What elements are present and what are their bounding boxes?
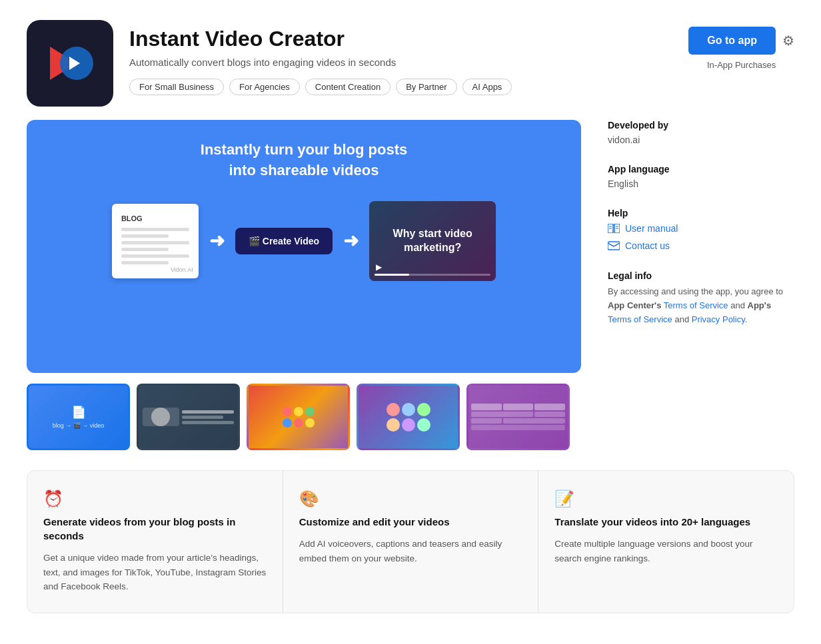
legal-info-section: Legal info By accessing and using the ap… bbox=[608, 270, 794, 326]
feature-3-title: Translate your videos into 20+ languages bbox=[554, 515, 778, 529]
play-icon: ▶ bbox=[376, 262, 382, 272]
svg-rect-7 bbox=[608, 242, 620, 250]
thumb1-arrow-row: blog → 🎬 → video bbox=[53, 422, 105, 429]
app-logo bbox=[27, 20, 113, 107]
contact-us-label: Contact us bbox=[625, 240, 670, 251]
app-header: Instant Video Creator Automatically conv… bbox=[27, 20, 794, 107]
feature-2-emoji: 🎨 bbox=[299, 489, 522, 508]
dot-4 bbox=[283, 418, 292, 428]
hero-title: Instantly turn your blog postsinto share… bbox=[201, 140, 407, 181]
blog-doc-title: BLOG bbox=[121, 214, 189, 222]
thumbnail-1[interactable]: 📄 blog → 🎬 → video bbox=[27, 384, 130, 450]
video-overlay: Why start video marketing? bbox=[369, 201, 496, 281]
header-right-top: Go to app ⚙ bbox=[688, 27, 794, 55]
app-info: Instant Video Creator Automatically conv… bbox=[129, 20, 672, 95]
doc-line-6 bbox=[121, 261, 169, 264]
app-language-label: App language bbox=[608, 164, 794, 174]
help-section: Help User manual bbox=[608, 208, 794, 252]
tag-ai-apps[interactable]: AI Apps bbox=[462, 79, 512, 95]
thumb5-row2 bbox=[471, 412, 565, 417]
dot-a bbox=[387, 403, 400, 416]
vidon-label: Vidon.AI bbox=[171, 266, 193, 273]
feature-card-3: 📝 Translate your videos into 20+ languag… bbox=[538, 471, 794, 613]
legal-pre: By accessing and using the app, you agre… bbox=[608, 286, 783, 296]
video-preview-title: Why start video marketing? bbox=[369, 220, 496, 262]
thumbnail-5[interactable] bbox=[466, 384, 570, 450]
app-title: Instant Video Creator bbox=[129, 27, 672, 51]
dot-1 bbox=[283, 407, 292, 416]
arrow-1: ➜ bbox=[209, 230, 225, 252]
feature-3-emoji: 📝 bbox=[554, 489, 778, 508]
thumbnails-row: 📄 blog → 🎬 → video bbox=[27, 384, 581, 450]
app-language-section: App language English bbox=[608, 164, 794, 189]
doc-line-1 bbox=[121, 228, 189, 231]
dot-e bbox=[402, 418, 415, 432]
legal-and: and bbox=[672, 314, 692, 324]
dot-2 bbox=[294, 407, 303, 416]
contact-us-link[interactable]: Contact us bbox=[608, 240, 794, 252]
tags-container: For Small Business For Agencies Content … bbox=[129, 79, 672, 95]
blog-document: BLOG Vidon.AI bbox=[112, 204, 199, 278]
legal-mid: and bbox=[728, 300, 748, 310]
hero-banner: Instantly turn your blog postsinto share… bbox=[27, 120, 581, 373]
terms-of-service-1-link[interactable]: Terms of Service bbox=[664, 300, 728, 310]
doc-line-2 bbox=[121, 234, 169, 238]
feature-card-2: 🎨 Customize and edit your videos Add AI … bbox=[283, 471, 539, 613]
dot-d bbox=[387, 418, 400, 432]
video-progress-fill bbox=[375, 274, 409, 276]
developer-name: vidon.ai bbox=[608, 135, 794, 145]
app-center-label: App Center's bbox=[608, 300, 661, 310]
app-subtitle: Automatically convert blogs into engagin… bbox=[129, 57, 672, 68]
settings-gear-button[interactable]: ⚙ bbox=[782, 33, 794, 49]
tag-content-creation[interactable]: Content Creation bbox=[305, 79, 391, 95]
developed-by-section: Developed by vidon.ai bbox=[608, 120, 794, 145]
feature-card-1: ⏰ Generate videos from your blog posts i… bbox=[27, 471, 283, 613]
video-progress-bar bbox=[375, 274, 490, 276]
dot-c bbox=[417, 403, 430, 416]
create-video-button[interactable]: 🎬 Create Video bbox=[235, 228, 333, 254]
feature-2-title: Customize and edit your videos bbox=[299, 515, 522, 529]
thumbnail-3[interactable] bbox=[247, 384, 350, 450]
thumbnail-4[interactable] bbox=[357, 384, 460, 450]
thumb5-row1 bbox=[471, 404, 565, 410]
dot-6 bbox=[305, 418, 315, 428]
tag-by-partner[interactable]: By Partner bbox=[396, 79, 456, 95]
user-manual-link[interactable]: User manual bbox=[608, 222, 794, 234]
feature-3-desc: Create multiple language versions and bo… bbox=[554, 537, 778, 565]
feature-1-emoji: ⏰ bbox=[43, 489, 267, 508]
language-value: English bbox=[608, 178, 794, 189]
arrow-2: ➜ bbox=[343, 230, 359, 252]
feature-1-desc: Get a unique video made from your articl… bbox=[43, 551, 267, 594]
left-column: Instantly turn your blog postsinto share… bbox=[27, 120, 581, 450]
tag-small-business[interactable]: For Small Business bbox=[129, 79, 224, 95]
thumb1-doc-icon: 📄 bbox=[71, 405, 86, 420]
in-app-purchases-label: In-App Purchases bbox=[707, 60, 776, 70]
thumb3-dots bbox=[283, 407, 315, 428]
header-right: Go to app ⚙ In-App Purchases bbox=[688, 20, 794, 70]
developed-by-label: Developed by bbox=[608, 120, 794, 131]
user-manual-label: User manual bbox=[625, 223, 678, 234]
contact-us-icon bbox=[608, 240, 620, 252]
user-manual-icon bbox=[608, 222, 620, 234]
app-label: App's bbox=[748, 300, 772, 310]
terms-of-service-2-link[interactable]: Terms of Service bbox=[608, 314, 672, 324]
dot-5 bbox=[294, 418, 303, 428]
thumb5-row3 bbox=[471, 418, 565, 424]
dot-b bbox=[402, 403, 415, 416]
dot-3 bbox=[305, 407, 315, 416]
privacy-policy-link[interactable]: Privacy Policy bbox=[692, 314, 745, 324]
features-section: ⏰ Generate videos from your blog posts i… bbox=[27, 470, 794, 613]
tag-agencies[interactable]: For Agencies bbox=[229, 79, 300, 95]
feature-1-title: Generate videos from your blog posts in … bbox=[43, 515, 267, 543]
legal-info-label: Legal info bbox=[608, 270, 794, 281]
feature-2-desc: Add AI voiceovers, captions and teasers … bbox=[299, 537, 522, 565]
legal-text: By accessing and using the app, you agre… bbox=[608, 285, 794, 326]
hero-flow: BLOG Vidon.AI ➜ 🎬 Create Video ➜ bbox=[47, 201, 561, 281]
main-content: Instantly turn your blog postsinto share… bbox=[27, 120, 794, 450]
thumbnail-2[interactable] bbox=[137, 384, 240, 450]
help-label: Help bbox=[608, 208, 794, 218]
go-to-app-button[interactable]: Go to app bbox=[688, 27, 776, 55]
thumb1-text: blog → 🎬 → video bbox=[53, 422, 105, 429]
doc-line-4 bbox=[121, 248, 169, 251]
doc-line-3 bbox=[121, 241, 189, 244]
